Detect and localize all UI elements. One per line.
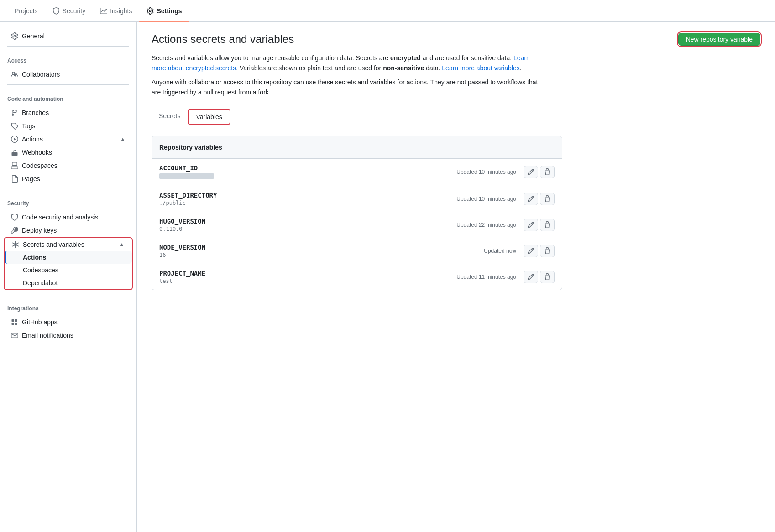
delete-account-id-button[interactable] (540, 166, 555, 178)
integrations-section: Integrations (0, 298, 136, 315)
sidebar-item-code-security[interactable]: Code security and analysis (4, 211, 133, 224)
variable-name-asset-directory: ASSET_DIRECTORY (159, 192, 456, 199)
desc-text-1: Secrets and variables allow you to manag… (152, 54, 390, 62)
git-branch-icon (11, 109, 18, 116)
sidebar-sub-dependabot[interactable]: Dependabot (5, 276, 132, 289)
variable-info-account-id: ACCOUNT_ID (159, 164, 456, 180)
nav-projects[interactable]: Projects (7, 0, 45, 22)
variable-value-masked-account-id (159, 173, 214, 179)
code-automation-section: Code and automation (0, 89, 136, 106)
desc-bold-1: encrypted (390, 54, 421, 62)
variable-name-node-version: NODE_VERSION (159, 244, 484, 251)
variable-info-node-version: NODE_VERSION 16 (159, 244, 484, 258)
sidebar-item-github-apps[interactable]: GitHub apps (4, 316, 133, 329)
desc-line2: Anyone with collaborator access to this … (152, 78, 538, 96)
variable-updated-node-version: Updated now (484, 248, 516, 254)
tab-secrets[interactable]: Secrets (152, 109, 188, 125)
play-icon (11, 136, 18, 143)
security-label: Security (63, 7, 86, 15)
variables-section: Repository variables ACCOUNT_ID Updated … (152, 136, 562, 290)
variable-updated-hugo-version: Updated 22 minutes ago (456, 222, 516, 228)
edit-hugo-version-button[interactable] (524, 219, 538, 231)
sub-dependabot-label: Dependabot (23, 279, 58, 287)
learn-more-variables-link[interactable]: Learn more about variables (442, 64, 519, 72)
delete-hugo-version-button[interactable] (540, 219, 555, 231)
variable-info-hugo-version: HUGO_VERSION 0.110.0 (159, 218, 456, 232)
tabs: Secrets Variables (152, 109, 760, 125)
sidebar-item-codespaces[interactable]: Codespaces (4, 159, 133, 172)
edit-node-version-button[interactable] (524, 245, 538, 257)
delete-node-version-button[interactable] (540, 245, 555, 257)
mail-icon (11, 332, 18, 339)
divider-4 (7, 294, 129, 294)
description: Secrets and variables allow you to manag… (152, 53, 544, 98)
settings-label: Settings (157, 7, 182, 15)
secrets-variables-wrapper: Secrets and variables ▲ Actions Codespac… (4, 237, 133, 290)
secrets-chevron: ▲ (119, 241, 125, 248)
sidebar-item-pages[interactable]: Pages (4, 172, 133, 185)
gear-icon-sidebar (11, 32, 18, 40)
delete-asset-directory-button[interactable] (540, 193, 555, 205)
security-section-label: Security (7, 197, 129, 209)
delete-project-name-button[interactable] (540, 271, 555, 283)
new-repository-variable-button[interactable]: New repository variable (678, 33, 760, 46)
access-section: Access (0, 50, 136, 68)
variable-row-project-name: PROJECT_NAME test Updated 11 minutes ago (152, 264, 562, 290)
general-label: General (22, 32, 45, 40)
insights-label: Insights (110, 7, 132, 15)
integrations-label: Integrations (7, 302, 129, 313)
shield-icon (52, 7, 60, 15)
branches-label: Branches (22, 109, 49, 116)
desc-text-4: data. (424, 64, 442, 72)
sidebar-item-collaborators[interactable]: Collaborators (4, 68, 133, 81)
actions-label: Actions (22, 136, 43, 143)
sidebar-item-actions[interactable]: Actions ▲ (4, 133, 133, 146)
projects-label: Projects (15, 7, 38, 15)
variable-row-account-id: ACCOUNT_ID Updated 10 minutes ago (152, 159, 562, 186)
security-section: Security (0, 193, 136, 210)
github-apps-label: GitHub apps (22, 318, 58, 326)
page-title: Actions secrets and variables (152, 33, 294, 46)
variable-row-node-version: NODE_VERSION 16 Updated now (152, 238, 562, 264)
key-icon (11, 227, 18, 234)
variable-row-hugo-version: HUGO_VERSION 0.110.0 Updated 22 minutes … (152, 212, 562, 238)
top-nav: Projects Security Insights Settings (0, 0, 775, 22)
nav-settings[interactable]: Settings (139, 0, 189, 22)
code-security-label: Code security and analysis (22, 214, 98, 221)
webhooks-label: Webhooks (22, 149, 52, 156)
sidebar-sub-actions[interactable]: Actions (5, 251, 132, 264)
variable-actions-account-id (524, 166, 555, 178)
nav-insights[interactable]: Insights (93, 0, 139, 22)
variable-name-project-name: PROJECT_NAME (159, 270, 456, 277)
codespaces-icon (11, 162, 18, 169)
edit-account-id-button[interactable] (524, 166, 538, 178)
tab-variables[interactable]: Variables (188, 109, 230, 125)
variable-actions-node-version (524, 245, 555, 257)
sidebar-item-webhooks[interactable]: Webhooks (4, 146, 133, 159)
variable-info-project-name: PROJECT_NAME test (159, 270, 456, 284)
deploy-keys-label: Deploy keys (22, 227, 57, 234)
variable-row-asset-directory: ASSET_DIRECTORY ./public Updated 10 minu… (152, 186, 562, 212)
sidebar-item-secrets-variables[interactable]: Secrets and variables ▲ (5, 238, 132, 251)
pages-label: Pages (22, 175, 40, 183)
nav-security[interactable]: Security (45, 0, 93, 22)
edit-asset-directory-button[interactable] (524, 193, 538, 205)
webhook-icon (11, 149, 18, 156)
desc-bold-2: non-sensitive (383, 64, 424, 72)
sidebar-item-email-notifications[interactable]: Email notifications (4, 329, 133, 342)
people-icon (11, 71, 18, 78)
sidebar: General Access Collaborators Code and au… (0, 22, 137, 532)
desc-text-3: . Variables are shown as plain text and … (236, 64, 383, 72)
divider-1 (7, 46, 129, 47)
gear-icon-nav (147, 7, 154, 15)
actions-chevron: ▲ (120, 136, 126, 142)
sidebar-item-deploy-keys[interactable]: Deploy keys (4, 224, 133, 237)
sidebar-item-general[interactable]: General (4, 30, 133, 42)
asterisk-icon (12, 241, 19, 248)
sidebar-item-tags[interactable]: Tags (4, 120, 133, 132)
sidebar-sub-codespaces[interactable]: Codespaces (5, 264, 132, 276)
variable-info-asset-directory: ASSET_DIRECTORY ./public (159, 192, 456, 206)
edit-project-name-button[interactable] (524, 271, 538, 283)
desc-text-2: and are used for sensitive data. (421, 54, 513, 62)
sidebar-item-branches[interactable]: Branches (4, 106, 133, 119)
